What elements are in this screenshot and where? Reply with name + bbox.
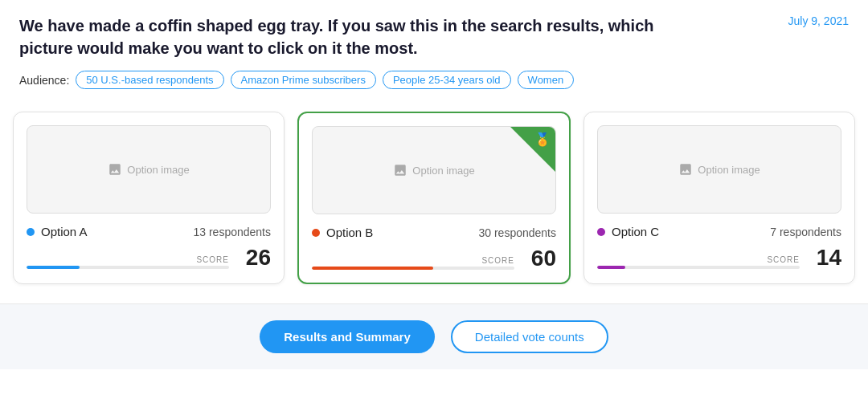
audience-label: Audience: <box>19 74 69 87</box>
option-dot-b <box>312 229 320 237</box>
question-text: We have made a coffin shaped egg tray. I… <box>19 14 678 59</box>
score-row-b: SCORE60 <box>312 247 556 270</box>
progress-bar-fill-c <box>597 266 625 269</box>
option-row-c: Option C7 respondents <box>597 225 841 238</box>
option-row-b: Option B30 respondents <box>312 226 556 239</box>
score-value-b: 60 <box>527 247 556 270</box>
respondents-count-a: 13 respondents <box>193 226 271 238</box>
progress-wrap-a: SCORE <box>27 255 242 269</box>
score-label-b: SCORE <box>312 256 514 265</box>
score-label-a: SCORE <box>27 255 229 264</box>
progress-wrap-c: SCORE <box>597 255 813 269</box>
option-image-alt: Option image <box>412 165 474 177</box>
audience-tag: Women <box>518 71 575 89</box>
progress-bar-bg-a <box>27 266 229 269</box>
winner-badge: 🏅 <box>510 127 555 172</box>
option-dot-c <box>597 228 605 236</box>
detailed-vote-counts-button[interactable]: Detailed vote counts <box>451 320 608 353</box>
progress-bar-fill-b <box>312 267 433 270</box>
option-name-b: Option B <box>312 226 373 239</box>
results-summary-button[interactable]: Results and Summary <box>260 320 435 353</box>
option-label-b: Option B <box>326 226 373 239</box>
date-label: July 9, 2021 <box>788 14 850 27</box>
score-row-c: SCORE14 <box>597 246 841 269</box>
header: July 9, 2021 We have made a coffin shape… <box>0 0 868 99</box>
cards-area: Option imageOption A13 respondentsSCORE2… <box>0 99 868 303</box>
option-label-c: Option C <box>612 225 659 238</box>
progress-wrap-b: SCORE <box>312 256 527 270</box>
page: July 9, 2021 We have made a coffin shape… <box>0 0 868 403</box>
option-image-a: Option image <box>27 125 271 214</box>
option-name-c: Option C <box>597 225 659 238</box>
option-image-alt: Option image <box>698 164 760 176</box>
option-dot-a <box>27 228 35 236</box>
option-card-c: Option imageOption C7 respondentsSCORE14 <box>583 112 855 284</box>
audience-row: Audience: 50 U.S.-based respondentsAmazo… <box>19 71 849 89</box>
option-image-c: Option image <box>597 125 841 214</box>
audience-tag: People 25-34 years old <box>383 71 511 89</box>
option-card-b: Option image🏅Option B30 respondentsSCORE… <box>297 112 571 284</box>
score-label-c: SCORE <box>597 255 800 264</box>
audience-tag: 50 U.S.-based respondents <box>76 71 223 89</box>
option-image-alt: Option image <box>127 164 189 176</box>
audience-tag: Amazon Prime subscribers <box>231 71 376 89</box>
score-value-a: 26 <box>242 246 271 269</box>
option-image-b: Option image🏅 <box>312 126 556 214</box>
bottom-bar: Results and Summary Detailed vote counts <box>0 303 868 369</box>
option-card-a: Option imageOption A13 respondentsSCORE2… <box>13 112 285 284</box>
score-value-c: 14 <box>813 246 841 269</box>
progress-bar-bg-c <box>597 266 800 269</box>
score-row-a: SCORE26 <box>27 246 271 269</box>
option-name-a: Option A <box>27 225 88 238</box>
progress-bar-bg-b <box>312 267 514 270</box>
progress-bar-fill-a <box>27 266 80 269</box>
respondents-count-b: 30 respondents <box>478 226 556 239</box>
respondents-count-c: 7 respondents <box>770 226 841 238</box>
option-label-a: Option A <box>41 225 88 238</box>
option-row-a: Option A13 respondents <box>27 225 271 238</box>
